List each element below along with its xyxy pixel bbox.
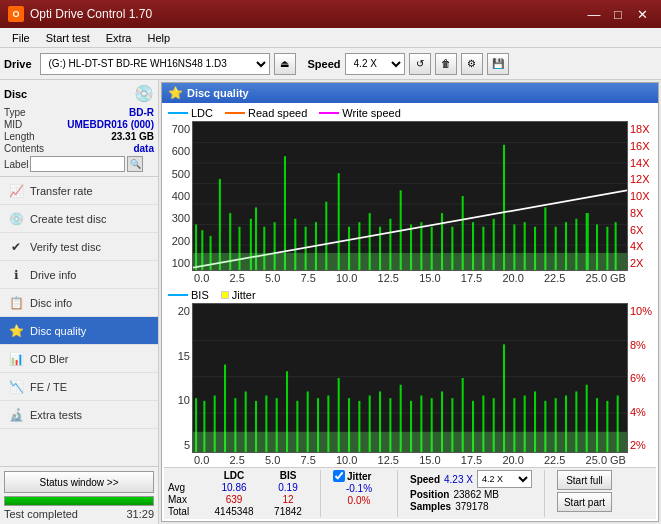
svg-rect-49 <box>193 253 627 270</box>
sidebar-item-disc-quality[interactable]: ⭐ Disc quality <box>0 317 158 345</box>
chart1-canvas-wrapper: 700 600 500 400 300 200 100 <box>164 121 656 271</box>
content-area: ⭐ Disc quality LDC <box>159 80 661 524</box>
chart2-y-labels: 20 15 10 5 <box>164 303 192 453</box>
legend-jitter: Jitter <box>221 289 256 301</box>
legend-ldc: LDC <box>168 107 213 119</box>
ldc-legend-label: LDC <box>191 107 213 119</box>
svg-rect-37 <box>503 145 505 270</box>
sidebar-item-fe-te[interactable]: 📉 FE / TE <box>0 373 158 401</box>
refresh-button[interactable]: ↺ <box>409 53 431 75</box>
close-button[interactable]: ✕ <box>631 5 653 23</box>
max-bis-value: 12 <box>268 494 308 505</box>
erase-button[interactable]: 🗑 <box>435 53 457 75</box>
max-ldc-value: 639 <box>208 494 260 505</box>
length-label: Length <box>4 131 35 142</box>
sidebar: Disc 💿 Type BD-R MID UMEBDR016 (000) Len… <box>0 80 159 524</box>
max-row-label: Max <box>168 494 200 505</box>
chart-body: LDC Read speed Write speed <box>162 103 658 521</box>
save-button[interactable]: 💾 <box>487 53 509 75</box>
start-part-button[interactable]: Start part <box>557 492 612 512</box>
stats-table: LDC BIS Avg 10.86 0.19 Max 639 12 <box>164 467 656 519</box>
status-text-row: Test completed 31:29 <box>4 508 154 520</box>
status-area: Status window >> Test completed 31:29 <box>0 466 158 524</box>
menu-extra[interactable]: Extra <box>98 30 140 46</box>
speed-select[interactable]: 4.2 X <box>477 470 532 488</box>
maximize-button[interactable]: □ <box>607 5 629 23</box>
eject-button[interactable]: ⏏ <box>274 53 296 75</box>
max-jitter-value: 0.0% <box>333 495 385 506</box>
type-value: BD-R <box>129 107 154 118</box>
drive-select[interactable]: (G:) HL-DT-ST BD-RE WH16NS48 1.D3 <box>40 53 270 75</box>
legend-bis: BIS <box>168 289 209 301</box>
speed-label: Speed <box>308 58 341 70</box>
samples-value: 379178 <box>455 501 488 512</box>
minimize-button[interactable]: — <box>583 5 605 23</box>
sidebar-item-create-test-disc[interactable]: 💿 Create test disc <box>0 205 158 233</box>
divider1 <box>320 470 321 517</box>
disc-info-icon: 📋 <box>8 295 24 311</box>
window-controls: — □ ✕ <box>583 5 653 23</box>
chart2-legend: BIS Jitter <box>164 287 656 303</box>
label-input[interactable] <box>30 156 125 172</box>
chart2-x-axis: 0.0 2.5 5.0 7.5 10.0 12.5 15.0 17.5 20.0… <box>164 453 656 467</box>
drive-info-label: Drive info <box>30 269 76 281</box>
fe-te-label: FE / TE <box>30 381 67 393</box>
total-bis-value: 71842 <box>268 506 308 517</box>
speed-select[interactable]: 4.2 X <box>345 53 405 75</box>
label-search-button[interactable]: 🔍 <box>127 156 143 172</box>
fe-te-icon: 📉 <box>8 379 24 395</box>
jitter-color-dot <box>221 291 229 299</box>
verify-test-icon: ✔ <box>8 239 24 255</box>
read-color-dot <box>225 112 245 114</box>
avg-bis-value: 0.19 <box>268 482 308 493</box>
chart-header-icon: ⭐ <box>168 86 183 100</box>
read-legend-label: Read speed <box>248 107 307 119</box>
jitter-checkbox[interactable] <box>333 470 345 482</box>
transfer-rate-label: Transfer rate <box>30 185 93 197</box>
sidebar-item-verify-test-disc[interactable]: ✔ Verify test disc <box>0 233 158 261</box>
ldc-bis-stats: LDC BIS Avg 10.86 0.19 Max 639 12 <box>168 470 308 517</box>
sidebar-item-disc-info[interactable]: 📋 Disc info <box>0 289 158 317</box>
chart1-y-labels-right: 18X 16X 14X 12X 10X 8X 6X 4X 2X <box>628 121 656 271</box>
chart1-legend: LDC Read speed Write speed <box>164 105 656 121</box>
disc-panel: Disc 💿 Type BD-R MID UMEBDR016 (000) Len… <box>0 80 158 177</box>
sidebar-item-drive-info[interactable]: ℹ Drive info <box>0 261 158 289</box>
jitter-legend-label: Jitter <box>232 289 256 301</box>
drive-label: Drive <box>4 58 32 70</box>
position-value: 23862 MB <box>453 489 499 500</box>
disc-title: Disc <box>4 88 27 100</box>
chart1-section: LDC Read speed Write speed <box>164 105 656 285</box>
disc-quality-icon: ⭐ <box>8 323 24 339</box>
avg-ldc-value: 10.86 <box>208 482 260 493</box>
chart2-section: BIS Jitter 20 15 10 <box>164 287 656 467</box>
status-window-button[interactable]: Status window >> <box>4 471 154 493</box>
speed-pos-stats: Speed 4.23 X 4.2 X Position 23862 MB Sam… <box>410 470 532 517</box>
speed-col-header: Speed <box>410 474 440 485</box>
avg-row-label: Avg <box>168 482 200 493</box>
chart2-canvas-wrapper: 20 15 10 5 <box>164 303 656 453</box>
progress-bar <box>4 496 154 506</box>
chart-panel: ⭐ Disc quality LDC <box>161 82 659 522</box>
verify-test-label: Verify test disc <box>30 241 101 253</box>
bis-color-dot <box>168 294 188 296</box>
drive-info-icon: ℹ <box>8 267 24 283</box>
sidebar-item-cd-bler[interactable]: 📊 CD Bler <box>0 345 158 373</box>
write-color-dot <box>319 112 339 114</box>
sidebar-item-transfer-rate[interactable]: 📈 Transfer rate <box>0 177 158 205</box>
extra-tests-icon: 🔬 <box>8 407 24 423</box>
speed-value: 4.23 X <box>444 474 473 485</box>
menu-file[interactable]: File <box>4 30 38 46</box>
total-ldc-value: 4145348 <box>208 506 260 517</box>
bis-col-header: BIS <box>268 470 308 481</box>
sidebar-item-extra-tests[interactable]: 🔬 Extra tests <box>0 401 158 429</box>
start-full-button[interactable]: Start full <box>557 470 612 490</box>
menu-help[interactable]: Help <box>139 30 178 46</box>
settings-button[interactable]: ⚙ <box>461 53 483 75</box>
chart-title: Disc quality <box>187 87 249 99</box>
menu-start-test[interactable]: Start test <box>38 30 98 46</box>
disc-info-label: Disc info <box>30 297 72 309</box>
label-label: Label <box>4 159 28 170</box>
samples-col-header: Samples <box>410 501 451 512</box>
disc-icon: 💿 <box>134 84 154 103</box>
chart2-y-labels-right: 10% 8% 6% 4% 2% <box>628 303 656 453</box>
